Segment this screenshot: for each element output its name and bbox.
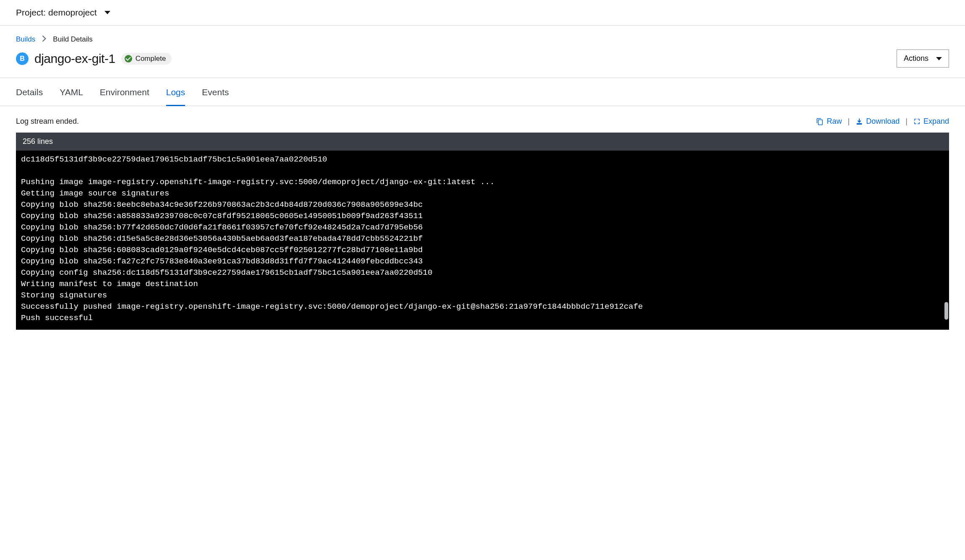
log-wrap: dc118d5f5131df3b9ce22759dae179615cb1adf7… bbox=[16, 151, 949, 330]
separator: | bbox=[905, 117, 908, 126]
actions-dropdown[interactable]: Actions bbox=[897, 49, 949, 68]
separator: | bbox=[848, 117, 850, 126]
chevron-right-icon bbox=[40, 35, 48, 44]
tab-logs[interactable]: Logs bbox=[166, 78, 185, 106]
breadcrumb-builds-link[interactable]: Builds bbox=[16, 35, 35, 44]
scrollbar-vertical[interactable] bbox=[944, 302, 948, 320]
copy-icon bbox=[816, 118, 824, 125]
tab-yaml[interactable]: YAML bbox=[60, 78, 83, 106]
log-output[interactable]: dc118d5f5131df3b9ce22759dae179615cb1adf7… bbox=[16, 151, 949, 330]
raw-label: Raw bbox=[827, 117, 842, 126]
tab-events[interactable]: Events bbox=[202, 78, 229, 106]
download-label: Download bbox=[866, 117, 900, 126]
check-circle-icon bbox=[125, 55, 132, 63]
log-line-count: 256 lines bbox=[16, 133, 949, 151]
tabs: Details YAML Environment Logs Events bbox=[0, 78, 965, 106]
caret-down-icon bbox=[936, 57, 942, 60]
log-toolbar: Log stream ended. Raw | Download | Expan… bbox=[0, 106, 965, 133]
tab-environment[interactable]: Environment bbox=[100, 78, 149, 106]
title-left: B django-ex-git-1 Complete bbox=[16, 52, 172, 66]
tab-details[interactable]: Details bbox=[16, 78, 43, 106]
status-badge: Complete bbox=[121, 53, 172, 65]
status-text: Complete bbox=[136, 55, 166, 63]
project-header: Project: demoproject bbox=[0, 0, 965, 26]
caret-down-icon bbox=[104, 11, 110, 14]
expand-label: Expand bbox=[923, 117, 949, 126]
log-stream-status: Log stream ended. bbox=[16, 117, 79, 126]
project-label: Project: demoproject bbox=[16, 8, 97, 18]
project-selector[interactable]: Project: demoproject bbox=[16, 8, 110, 18]
title-row: B django-ex-git-1 Complete Actions bbox=[0, 44, 965, 78]
expand-icon bbox=[913, 118, 921, 125]
page-title: django-ex-git-1 bbox=[34, 52, 115, 66]
breadcrumb-current: Build Details bbox=[53, 35, 93, 44]
actions-label: Actions bbox=[904, 54, 928, 63]
build-icon: B bbox=[16, 52, 29, 65]
log-container: 256 lines dc118d5f5131df3b9ce22759dae179… bbox=[0, 133, 965, 338]
log-actions: Raw | Download | Expand bbox=[816, 117, 949, 126]
raw-button[interactable]: Raw bbox=[816, 117, 842, 126]
download-icon bbox=[855, 118, 863, 125]
breadcrumb: Builds Build Details bbox=[0, 26, 965, 44]
expand-button[interactable]: Expand bbox=[913, 117, 949, 126]
download-button[interactable]: Download bbox=[855, 117, 900, 126]
